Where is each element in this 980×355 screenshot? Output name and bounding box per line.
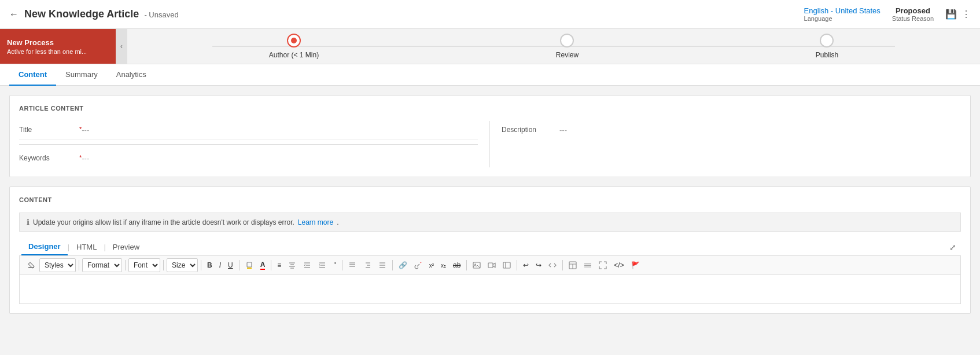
page-header: ← New Knowledge Article - Unsaved Englis… (0, 0, 980, 29)
keywords-value[interactable]: --- (82, 154, 89, 163)
language-link[interactable]: English - United States (804, 6, 880, 15)
expand-icon[interactable]: ⤢ (949, 243, 961, 252)
more-icon[interactable]: ⋮ (961, 9, 971, 20)
link-button[interactable]: 🔗 (396, 259, 410, 271)
toolbar-sep-2 (125, 260, 126, 270)
full-justify-icon (378, 261, 386, 269)
full-justify-button[interactable] (375, 259, 389, 271)
underline-button[interactable]: U (225, 259, 236, 271)
step-label-author: Author (< 1 Min) (269, 51, 319, 59)
collapse-process-button[interactable]: ‹ (116, 29, 127, 64)
editor-toolbar: Styles Format Font Size B I U A (19, 256, 961, 275)
content-section-title: CONTENT (19, 196, 961, 203)
flag-button[interactable]: 🚩 (628, 259, 643, 271)
format-select[interactable]: Format (82, 258, 122, 272)
svg-line-22 (421, 262, 421, 263)
page-title: New Knowledge Article - Unsaved (24, 8, 179, 20)
highlight-button[interactable] (242, 259, 256, 271)
step-publish[interactable]: Publish (816, 34, 838, 59)
svg-rect-2 (247, 268, 252, 269)
language-label: Language (804, 15, 880, 22)
full-screen-button[interactable] (596, 259, 610, 271)
svg-rect-25 (488, 263, 493, 268)
description-value[interactable]: --- (559, 126, 567, 134)
subscript-button[interactable]: x₂ (438, 261, 449, 270)
quote-button[interactable]: " (330, 259, 338, 271)
indent-dec-icon (303, 261, 311, 269)
strikethrough-button[interactable]: ab (450, 259, 463, 271)
editor-tabs-bar: Designer | HTML | Preview ⤢ (19, 239, 961, 256)
article-content-title: ARTICLE CONTENT (19, 105, 961, 112)
toolbar-sep-7 (342, 260, 342, 270)
toolbar-sep-10 (517, 260, 517, 270)
table-button[interactable] (566, 259, 580, 271)
learn-more-link[interactable]: Learn more (298, 218, 333, 226)
undo-button[interactable]: ↩ (520, 259, 532, 271)
clear-format-button[interactable] (24, 259, 38, 271)
fields-left-col: Title * --- Keywords * --- (19, 121, 490, 167)
media-button[interactable] (500, 259, 514, 271)
align-center-button[interactable] (285, 259, 299, 271)
toolbar-sep-4 (201, 260, 201, 270)
superscript-button[interactable]: x² (426, 261, 437, 270)
indent-decrease-button[interactable] (300, 259, 314, 271)
align-left-button[interactable]: ≡ (274, 259, 284, 271)
video-button[interactable] (485, 259, 499, 271)
bold-button[interactable]: B (204, 259, 215, 271)
notice-text: Update your origins allow list if any if… (33, 218, 294, 226)
status-value: Proposed (892, 6, 934, 15)
process-subtitle: Active for less than one mi... (7, 48, 109, 55)
field-title: Title * --- (19, 121, 478, 140)
step-circle-publish (820, 34, 834, 47)
editor-tab-preview[interactable]: Preview (106, 239, 146, 255)
editor-body[interactable] (19, 275, 961, 304)
tab-content[interactable]: Content (9, 64, 56, 86)
media-icon (503, 261, 511, 269)
new-process-badge[interactable]: New Process Active for less than one mi.… (0, 29, 116, 64)
header-left: ← New Knowledge Article - Unsaved (9, 8, 179, 20)
align-justify-button[interactable] (345, 259, 359, 271)
indent-increase-button[interactable] (315, 259, 329, 271)
horizontal-rule-button[interactable] (581, 259, 595, 271)
field-divider (19, 144, 478, 145)
title-text: New Knowledge Article (24, 8, 139, 20)
font-color-button[interactable]: A (257, 259, 268, 272)
header-right: English - United States Language Propose… (804, 6, 971, 22)
toolbar-sep-9 (466, 260, 467, 270)
editor-tab-html[interactable]: HTML (69, 239, 104, 255)
toolbar-sep-5 (239, 260, 240, 270)
save-icon[interactable]: 💾 (945, 9, 957, 20)
tab-summary[interactable]: Summary (56, 64, 107, 86)
editor-tab-designer[interactable]: Designer (21, 239, 68, 255)
tab-analytics[interactable]: Analytics (107, 64, 156, 86)
info-icon: ℹ (27, 218, 30, 226)
content-editor-card: CONTENT ℹ Update your origins allow list… (9, 186, 971, 314)
title-value[interactable]: --- (82, 126, 89, 134)
title-label: Title (19, 126, 77, 134)
hr-icon (584, 261, 592, 269)
main-content: ARTICLE CONTENT Title * --- Keywords * -… (0, 86, 980, 332)
code-view-button[interactable]: </> (611, 259, 627, 271)
image-button[interactable] (470, 259, 484, 271)
source-icon (548, 261, 557, 269)
status-section: Proposed Status Reason (892, 6, 934, 22)
step-review[interactable]: Review (556, 34, 579, 59)
justify-icon (348, 261, 356, 269)
source-button[interactable] (546, 259, 559, 271)
size-select[interactable]: Size (167, 258, 198, 272)
redo-button[interactable]: ↪ (533, 259, 544, 271)
step-author[interactable]: Author (< 1 Min) (269, 34, 319, 59)
styles-select[interactable]: Styles (39, 258, 76, 272)
process-bar: New Process Active for less than one mi.… (0, 29, 980, 64)
unlink-button[interactable] (411, 259, 425, 271)
align-right-button[interactable] (360, 259, 374, 271)
italic-button[interactable]: I (216, 259, 224, 271)
font-select[interactable]: Font (128, 258, 160, 272)
fullscreen-icon (599, 261, 607, 269)
center-icon (288, 261, 296, 269)
field-keywords: Keywords * --- (19, 149, 478, 167)
video-icon (488, 261, 496, 269)
toolbar-sep-6 (271, 260, 271, 270)
align-right-icon (363, 261, 371, 269)
back-button[interactable]: ← (9, 9, 19, 20)
